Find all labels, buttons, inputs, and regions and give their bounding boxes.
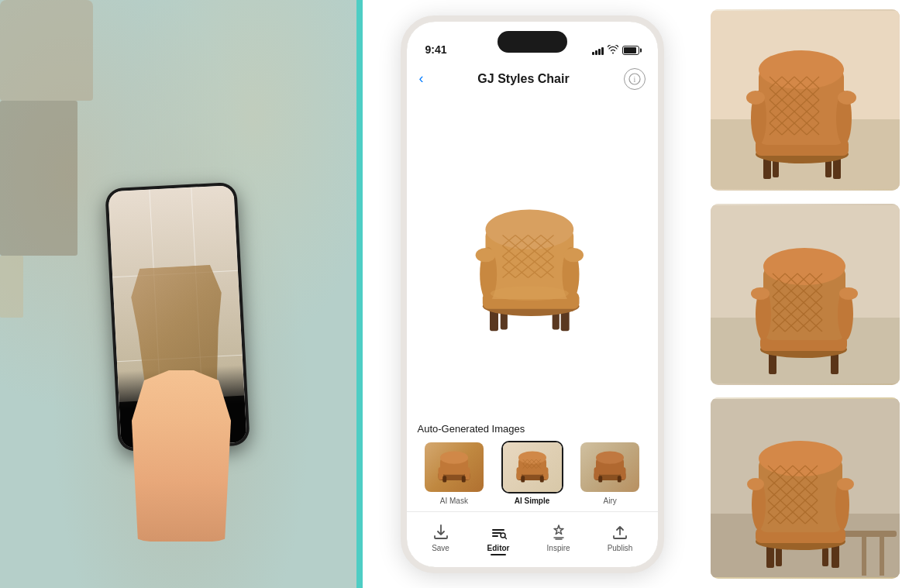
thumb-inner-airy xyxy=(580,442,639,492)
battery-icon xyxy=(622,46,639,55)
svg-rect-200 xyxy=(862,537,866,576)
svg-text:i: i xyxy=(633,75,635,84)
svg-rect-80 xyxy=(594,467,600,480)
nav-bar: ‹ GJ Styles Chair i xyxy=(407,62,658,96)
thumb-airy xyxy=(579,441,641,493)
teal-accent-bar xyxy=(356,0,363,588)
svg-point-49 xyxy=(440,451,468,463)
svg-rect-52 xyxy=(442,476,446,482)
svg-point-141 xyxy=(746,91,765,105)
svg-rect-58 xyxy=(542,467,548,480)
bg-lamp xyxy=(0,256,23,318)
save-label: Save xyxy=(432,544,449,552)
dynamic-island xyxy=(498,31,567,53)
product-photo-2[interactable] xyxy=(711,204,900,385)
svg-point-9 xyxy=(485,209,573,249)
svg-point-253 xyxy=(837,478,854,490)
publish-icon xyxy=(611,523,629,542)
inspire-label: Inspire xyxy=(547,544,570,552)
thumb-label-airy: Airy xyxy=(604,497,617,505)
left-section: Take a Capture xyxy=(0,0,363,588)
status-icons xyxy=(592,45,639,56)
thumbnail-airy[interactable]: Airy xyxy=(573,441,647,505)
svg-point-194 xyxy=(751,287,770,300)
toolbar-inspire[interactable]: Inspire xyxy=(541,520,577,555)
svg-point-209 xyxy=(759,441,842,476)
svg-rect-85 xyxy=(492,532,501,534)
thumbnail-ai-mask[interactable]: AI Mask xyxy=(418,441,491,505)
svg-rect-82 xyxy=(598,476,602,482)
thumbnail-ai-simple[interactable]: AI Simple xyxy=(495,441,569,505)
svg-rect-83 xyxy=(618,476,621,482)
bg-chair xyxy=(0,0,93,101)
middle-section: 9:41 xyxy=(363,0,701,588)
svg-rect-53 xyxy=(462,476,466,482)
svg-rect-84 xyxy=(492,529,504,531)
toolbar-save[interactable]: Save xyxy=(425,520,456,555)
auto-gen-label: Auto-Generated Images xyxy=(418,423,647,435)
signal-bar-4 xyxy=(601,47,604,55)
svg-rect-60 xyxy=(539,476,543,482)
toolbar-editor[interactable]: Editor xyxy=(481,520,516,555)
svg-rect-81 xyxy=(621,467,626,480)
signal-bar-2 xyxy=(595,50,597,55)
svg-point-44 xyxy=(475,248,495,262)
signal-bar-3 xyxy=(598,49,601,55)
inspire-icon xyxy=(549,523,568,542)
svg-rect-59 xyxy=(521,476,525,482)
thumb-inner-ai-mask xyxy=(425,442,484,492)
phone-screen: 9:41 xyxy=(407,22,658,567)
svg-rect-201 xyxy=(880,537,884,576)
info-button[interactable]: i xyxy=(624,68,646,90)
hand-phone-container: Take a Capture xyxy=(96,170,267,542)
thumb-label-ai-mask: AI Mask xyxy=(440,497,468,505)
svg-rect-205 xyxy=(822,548,828,566)
editor-label: Editor xyxy=(487,544,510,552)
svg-point-46 xyxy=(490,286,568,300)
publish-label: Publish xyxy=(608,544,633,552)
svg-point-79 xyxy=(596,451,624,463)
nav-title: GJ Styles Chair xyxy=(477,72,569,86)
svg-rect-50 xyxy=(438,467,443,480)
wifi-icon xyxy=(608,45,618,56)
svg-point-252 xyxy=(747,478,764,490)
svg-rect-51 xyxy=(465,467,470,480)
product-photo-1[interactable] xyxy=(711,9,900,191)
save-icon xyxy=(432,523,450,542)
photo-inner-3 xyxy=(711,397,900,579)
right-section xyxy=(701,0,909,588)
chair-product-image xyxy=(447,171,618,342)
auto-gen-section: Auto-Generated Images xyxy=(407,417,658,511)
svg-rect-204 xyxy=(776,548,782,566)
back-button[interactable]: ‹ xyxy=(419,70,424,87)
phone-mockup: 9:41 xyxy=(401,15,664,573)
signal-bar-1 xyxy=(592,52,594,55)
thumb-ai-mask xyxy=(423,441,485,493)
svg-point-45 xyxy=(563,248,584,262)
svg-point-142 xyxy=(838,91,856,105)
editor-icon xyxy=(489,523,508,542)
phone-toolbar: Save Editor xyxy=(407,511,658,567)
photo-inner-2 xyxy=(711,204,900,385)
svg-rect-199 xyxy=(842,531,897,537)
toolbar-publish[interactable]: Publish xyxy=(601,520,639,555)
status-time: 9:41 xyxy=(425,43,447,56)
thumb-inner-ai-simple xyxy=(503,442,562,492)
thumb-label-ai-simple: AI Simple xyxy=(515,497,550,505)
bg-cabinet xyxy=(0,101,77,256)
chair-svg-1 xyxy=(711,9,900,191)
signal-bars-icon xyxy=(592,46,604,55)
product-photo-3[interactable] xyxy=(711,397,900,579)
chair-svg-3 xyxy=(711,397,900,579)
photo-inner-1 xyxy=(711,9,900,191)
svg-point-195 xyxy=(839,287,858,300)
auto-gen-images: AI Mask xyxy=(418,441,647,505)
svg-rect-57 xyxy=(516,467,522,480)
svg-rect-86 xyxy=(492,535,498,537)
product-image-area xyxy=(407,96,658,417)
thumb-ai-simple xyxy=(501,441,563,493)
svg-point-56 xyxy=(518,451,546,463)
chair-svg-2 xyxy=(711,204,900,385)
